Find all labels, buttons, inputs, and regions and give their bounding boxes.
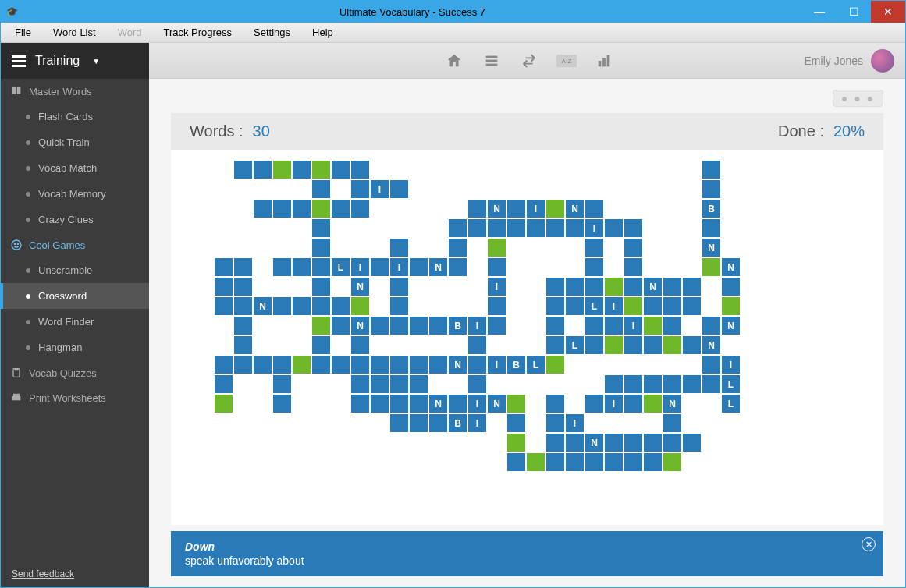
- crossword-cell[interactable]: N: [351, 278, 369, 296]
- crossword-cell[interactable]: [273, 395, 291, 413]
- crossword-cell[interactable]: [410, 317, 428, 335]
- crossword-cell[interactable]: L: [722, 395, 740, 413]
- crossword-cell[interactable]: [488, 239, 506, 257]
- close-button[interactable]: ✕: [871, 1, 905, 23]
- crossword-cell[interactable]: [351, 161, 369, 179]
- crossword-cell[interactable]: [468, 356, 486, 374]
- crossword-cell[interactable]: N: [722, 258, 740, 276]
- crossword-cell[interactable]: [644, 395, 662, 413]
- menu-track-progress[interactable]: Track Progress: [154, 23, 241, 41]
- crossword-cell[interactable]: [293, 258, 311, 276]
- crossword-cell[interactable]: [605, 453, 623, 471]
- crossword-cell[interactable]: [273, 200, 291, 218]
- sidebar-item-word-finder[interactable]: Word Finder: [1, 309, 149, 335]
- sidebar-item-crossword[interactable]: Crossword: [1, 283, 149, 309]
- crossword-cell[interactable]: [527, 453, 545, 471]
- crossword-cell[interactable]: [234, 336, 252, 354]
- crossword-cell[interactable]: N: [254, 297, 272, 315]
- crossword-cell[interactable]: [585, 200, 603, 218]
- crossword-cell[interactable]: [293, 297, 311, 315]
- crossword-cell[interactable]: [624, 219, 642, 237]
- crossword-cell[interactable]: [312, 317, 330, 335]
- crossword-cell[interactable]: [390, 395, 408, 413]
- crossword-cell[interactable]: I: [624, 317, 642, 335]
- crossword-cell[interactable]: N: [585, 434, 603, 452]
- sidebar-group-vocab-quizzes[interactable]: Vocab Quizzes: [1, 360, 149, 385]
- crossword-cell[interactable]: [332, 161, 350, 179]
- crossword-cell[interactable]: [332, 356, 350, 374]
- crossword-cell[interactable]: I: [468, 317, 486, 335]
- crossword-cell[interactable]: [390, 317, 408, 335]
- crossword-cell[interactable]: [702, 219, 720, 237]
- crossword-cell[interactable]: [312, 161, 330, 179]
- crossword-cell[interactable]: [546, 278, 564, 296]
- crossword-cell[interactable]: [312, 356, 330, 374]
- crossword-cell[interactable]: [234, 161, 252, 179]
- sidebar-item-hangman[interactable]: Hangman: [1, 335, 149, 360]
- crossword-cell[interactable]: B: [702, 200, 720, 218]
- crossword-cell[interactable]: [566, 278, 584, 296]
- crossword-cell[interactable]: L: [722, 375, 740, 393]
- crossword-cell[interactable]: [215, 297, 233, 315]
- crossword-cell[interactable]: [410, 356, 428, 374]
- crossword-cell[interactable]: [585, 395, 603, 413]
- crossword-cell[interactable]: N: [644, 278, 662, 296]
- crossword-cell[interactable]: [371, 375, 389, 393]
- crossword-cell[interactable]: [351, 180, 369, 198]
- crossword-cell[interactable]: [351, 356, 369, 374]
- crossword-cell[interactable]: [722, 297, 740, 315]
- crossword-cell[interactable]: [429, 414, 447, 432]
- crossword-cell[interactable]: [273, 375, 291, 393]
- crossword-cell[interactable]: [624, 434, 642, 452]
- crossword-cell[interactable]: [371, 317, 389, 335]
- crossword-cell[interactable]: N: [663, 395, 681, 413]
- home-icon[interactable]: [443, 50, 465, 72]
- crossword-cell[interactable]: [312, 297, 330, 315]
- crossword-cell[interactable]: [546, 336, 564, 354]
- crossword-cell[interactable]: [624, 375, 642, 393]
- crossword-cell[interactable]: [585, 317, 603, 335]
- crossword-cell[interactable]: [683, 278, 701, 296]
- crossword-cell[interactable]: [546, 414, 564, 432]
- chart-icon[interactable]: [593, 50, 615, 72]
- crossword-cell[interactable]: [663, 297, 681, 315]
- crossword-cell[interactable]: [371, 356, 389, 374]
- crossword-cell[interactable]: [644, 297, 662, 315]
- crossword-cell[interactable]: [546, 395, 564, 413]
- crossword-cell[interactable]: [312, 180, 330, 198]
- crossword-cell[interactable]: L: [566, 336, 584, 354]
- sidebar-group-print-worksheets[interactable]: Print Worksheets: [1, 385, 149, 410]
- crossword-cell[interactable]: [449, 239, 467, 257]
- crossword-grid[interactable]: ININBINLIINNNINNLINBIINLNNIBLILNININLBII…: [171, 150, 883, 525]
- crossword-cell[interactable]: [234, 317, 252, 335]
- crossword-cell[interactable]: [293, 200, 311, 218]
- crossword-cell[interactable]: [702, 258, 720, 276]
- crossword-cell[interactable]: [488, 297, 506, 315]
- crossword-cell[interactable]: [605, 434, 623, 452]
- crossword-cell[interactable]: [488, 317, 506, 335]
- crossword-cell[interactable]: [293, 356, 311, 374]
- crossword-cell[interactable]: [273, 356, 291, 374]
- crossword-cell[interactable]: [663, 414, 681, 432]
- crossword-cell[interactable]: [644, 434, 662, 452]
- crossword-cell[interactable]: [663, 434, 681, 452]
- crossword-cell[interactable]: [605, 375, 623, 393]
- crossword-cell[interactable]: [449, 258, 467, 276]
- crossword-cell[interactable]: [644, 375, 662, 393]
- crossword-cell[interactable]: [663, 278, 681, 296]
- crossword-cell[interactable]: N: [449, 356, 467, 374]
- crossword-cell[interactable]: [254, 356, 272, 374]
- crossword-cell[interactable]: [273, 297, 291, 315]
- az-icon[interactable]: A-Z: [556, 50, 577, 72]
- crossword-cell[interactable]: [702, 161, 720, 179]
- crossword-cell[interactable]: N: [429, 395, 447, 413]
- crossword-cell[interactable]: [273, 258, 291, 276]
- sidebar-item-flash-cards[interactable]: Flash Cards: [1, 104, 149, 129]
- crossword-cell[interactable]: [468, 200, 486, 218]
- crossword-cell[interactable]: [390, 356, 408, 374]
- sidebar-item-unscramble[interactable]: Unscramble: [1, 257, 149, 283]
- menu-settings[interactable]: Settings: [244, 23, 300, 41]
- crossword-cell[interactable]: I: [488, 356, 506, 374]
- crossword-cell[interactable]: [624, 336, 642, 354]
- list-icon[interactable]: [481, 50, 503, 72]
